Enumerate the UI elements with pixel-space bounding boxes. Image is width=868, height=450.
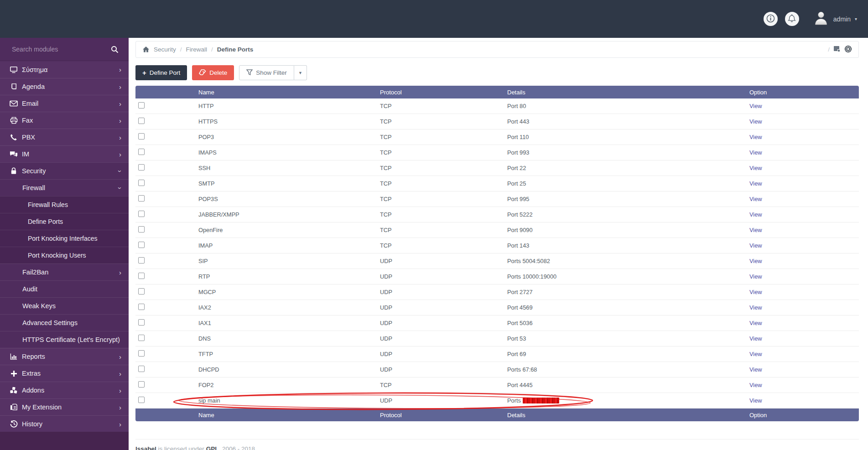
row-checkbox[interactable] (138, 304, 145, 310)
port-details: Port 22 (507, 165, 749, 171)
view-link[interactable]: View (749, 335, 762, 342)
view-link[interactable]: View (749, 211, 762, 218)
fax-icon (10, 403, 18, 411)
search-icon[interactable] (111, 46, 119, 53)
row-checkbox[interactable] (138, 149, 145, 155)
view-link[interactable]: View (749, 180, 762, 187)
book-icon (10, 83, 18, 91)
sidebar-item-extras[interactable]: Extras› (0, 365, 129, 382)
sidebar-item-addons[interactable]: Addons› (0, 382, 129, 398)
row-checkbox[interactable] (138, 257, 145, 264)
row-checkbox[interactable] (138, 397, 145, 403)
sidebar-item-pbx[interactable]: PBX› (0, 129, 129, 145)
row-checkbox[interactable] (138, 211, 145, 217)
row-checkbox[interactable] (138, 288, 145, 295)
table-row: SSHTCPPort 22View (135, 160, 859, 176)
notifications-button[interactable] (785, 12, 799, 26)
define-port-button[interactable]: + Define Port (135, 65, 187, 80)
view-link[interactable]: View (749, 149, 762, 156)
sidebar-item-label: Port Knocking Interfaces (28, 235, 129, 242)
row-checkbox[interactable] (138, 226, 145, 233)
sidebar-item-system[interactable]: Σύστημα› (0, 61, 129, 78)
sidebar-item-audit[interactable]: Audit (0, 280, 129, 297)
row-checkbox[interactable] (138, 366, 145, 372)
sidebar-item-history[interactable]: History› (0, 415, 129, 432)
row-checkbox[interactable] (138, 133, 145, 140)
view-link[interactable]: View (749, 366, 762, 373)
sidebar-item-https-certificate[interactable]: HTTPS Certificate (Let's Encrypt) (0, 331, 129, 348)
port-protocol: TCP (380, 382, 507, 388)
show-filter-button[interactable]: Show Filter (239, 65, 294, 80)
search-input[interactable] (12, 46, 111, 53)
info-button[interactable] (764, 12, 778, 26)
sidebar-footer-strip (0, 432, 129, 450)
view-link[interactable]: View (749, 258, 762, 264)
chevron-right-icon: › (119, 370, 121, 377)
top-bar: admin ▾ (0, 0, 868, 38)
filter-dropdown-toggle[interactable]: ▼ (294, 65, 307, 80)
view-link[interactable]: View (749, 273, 762, 280)
sidebar-item-weak-keys[interactable]: Weak Keys (0, 297, 129, 314)
view-link[interactable]: View (749, 320, 762, 326)
row-checkbox[interactable] (138, 381, 145, 388)
row-checkbox[interactable] (138, 335, 145, 341)
globe-icon[interactable] (844, 45, 852, 54)
column-header-details: Details (507, 412, 749, 419)
view-link[interactable]: View (749, 134, 762, 140)
column-header-protocol: Protocol (380, 89, 507, 96)
breadcrumb-security[interactable]: Security (154, 46, 176, 53)
table-row: FOP2TCPPort 4445View (135, 378, 859, 393)
view-link[interactable]: View (749, 165, 762, 171)
sidebar-item-firewall[interactable]: Firewall› (0, 179, 129, 196)
row-checkbox[interactable] (138, 180, 145, 186)
view-link[interactable]: View (749, 382, 762, 388)
view-link[interactable]: View (749, 242, 762, 249)
view-link[interactable]: View (749, 351, 762, 357)
sidebar-item-advanced-settings[interactable]: Advanced Settings (0, 314, 129, 331)
row-checkbox[interactable] (138, 350, 145, 357)
port-details: Port 80 (507, 103, 749, 109)
row-checkbox[interactable] (138, 195, 145, 202)
row-checkbox[interactable] (138, 164, 145, 171)
view-link[interactable]: View (749, 289, 762, 295)
sidebar-item-define-ports[interactable]: Define Ports (0, 213, 129, 230)
user-menu[interactable]: admin ▾ (813, 10, 857, 28)
sidebar-item-fax[interactable]: Fax› (0, 112, 129, 129)
view-link[interactable]: View (749, 103, 762, 109)
row-checkbox[interactable] (138, 242, 145, 248)
widget-icon[interactable] (833, 45, 841, 54)
view-link[interactable]: View (749, 227, 762, 233)
delete-button[interactable]: Delete (192, 65, 234, 80)
view-link[interactable]: View (749, 397, 762, 404)
view-link[interactable]: View (749, 118, 762, 125)
port-details: Port 4445 (507, 382, 749, 388)
sidebar-item-email[interactable]: Email› (0, 95, 129, 112)
sidebar-item-port-knocking-users[interactable]: Port Knocking Users (0, 247, 129, 264)
port-name: OpenFire (198, 227, 380, 233)
main-content: Security / Firewall / Define Ports / + D… (129, 38, 868, 450)
home-icon[interactable] (142, 46, 150, 53)
view-link[interactable]: View (749, 304, 762, 311)
sidebar-item-firewall-rules[interactable]: Firewall Rules (0, 196, 129, 213)
sidebar-item-my-extension[interactable]: My Extension› (0, 398, 129, 415)
sidebar-item-reports[interactable]: Reports› (0, 348, 129, 365)
module-search (0, 38, 129, 61)
sidebar-item-agenda[interactable]: Agenda› (0, 78, 129, 95)
port-details: Ports 5004:5082 (507, 258, 749, 264)
bell-icon (788, 14, 796, 24)
row-checkbox[interactable] (138, 319, 145, 326)
sidebar-item-label: Fax (22, 117, 129, 124)
view-link[interactable]: View (749, 196, 762, 202)
breadcrumb-firewall[interactable]: Firewall (186, 46, 208, 53)
row-checkbox[interactable] (138, 118, 145, 124)
row-checkbox[interactable] (138, 273, 145, 279)
sidebar-item-fail2ban[interactable]: Fail2Ban› (0, 264, 129, 280)
footer-brand: Issabel (135, 445, 156, 450)
chevron-right-icon: › (119, 151, 121, 158)
sidebar-item-security[interactable]: Security› (0, 162, 129, 179)
row-checkbox[interactable] (138, 102, 145, 109)
sidebar-item-port-knocking-interfaces[interactable]: Port Knocking Interfaces (0, 230, 129, 247)
sidebar-item-im[interactable]: IM› (0, 145, 129, 162)
chevron-down-icon: › (117, 170, 124, 172)
table-row: IAX1UDPPort 5036View (135, 316, 859, 331)
